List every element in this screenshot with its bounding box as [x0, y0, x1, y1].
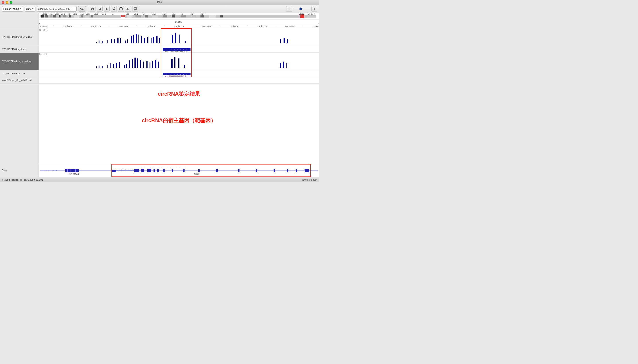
- svg-rect-131: [280, 39, 281, 44]
- svg-rect-122: [147, 37, 148, 44]
- track-5-row[interactable]: [39, 77, 319, 84]
- next-button[interactable]: ▶: [104, 6, 110, 12]
- svg-rect-167: [178, 58, 179, 68]
- svg-rect-147: [108, 65, 108, 68]
- svg-rect-13: [53, 15, 56, 18]
- gene-track-row[interactable]: →→→ +→+ ←: [39, 164, 319, 177]
- svg-rect-160: [146, 61, 148, 68]
- zoom-in-button[interactable]: +: [311, 6, 317, 12]
- svg-marker-61: [39, 23, 40, 24]
- svg-text:225,580 kb: 225,580 kb: [202, 26, 212, 28]
- refresh-button[interactable]: [111, 6, 117, 12]
- svg-rect-11: [46, 15, 48, 18]
- svg-rect-222: [238, 170, 240, 172]
- zoom-out-button[interactable]: −: [286, 6, 292, 12]
- svg-rect-164: [158, 62, 159, 68]
- svg-text:225,640 kb: 225,640 kb: [285, 26, 295, 28]
- svg-rect-192: [134, 170, 137, 172]
- minimize-button[interactable]: [6, 1, 9, 4]
- home-button[interactable]: [90, 6, 96, 12]
- track-label-2[interactable]: DYQ-HCT116-target.bed: [0, 46, 39, 53]
- svg-rect-1: [120, 7, 122, 8]
- track-label-3[interactable]: DYQ-HCT116-input.sorted.bw: [0, 53, 39, 70]
- track-1-row[interactable]: [0 - 5.94]: [39, 28, 319, 46]
- titlebar: IGV: [0, 0, 319, 5]
- app-title: IGV: [157, 1, 162, 4]
- svg-text:LINC02765: LINC02765: [68, 173, 79, 176]
- annotation-button[interactable]: [132, 6, 138, 12]
- svg-rect-119: [139, 34, 139, 44]
- track-4-row[interactable]: ‹ ‹ ‹ ‹ ‹ ‹ ‹ ‹ chr1:225530554|225567414: [39, 70, 319, 77]
- svg-text:p12: p12: [112, 13, 115, 15]
- svg-line-193: [116, 170, 117, 170]
- track-label-1[interactable]: DYQ-HCT116-target.sorted.bw: [0, 28, 39, 46]
- track-label-gene[interactable]: Gene: [0, 164, 39, 177]
- location-input-container[interactable]: chr1:225,457,519-225,674,937: [37, 6, 77, 12]
- tracks-loaded: 7 tracks loaded: [2, 178, 19, 181]
- home-icon: [91, 7, 94, 11]
- svg-rect-33: [209, 15, 216, 18]
- scissors-button[interactable]: [125, 6, 131, 12]
- svg-rect-205: [157, 170, 159, 172]
- svg-rect-31: [192, 15, 196, 18]
- status-indicator: [20, 179, 22, 181]
- annotation-icon: [133, 7, 137, 11]
- svg-rect-27: [152, 15, 158, 18]
- screenshot-button[interactable]: [118, 6, 124, 12]
- window-controls: [2, 1, 13, 4]
- zoom-level-indicator: [293, 7, 311, 11]
- svg-line-195: [121, 170, 121, 170]
- svg-rect-161: [150, 62, 150, 68]
- svg-text:q23.3: q23.3: [152, 13, 156, 15]
- close-button[interactable]: [2, 1, 5, 4]
- svg-text:chr1:225530554|225567414: chr1:225530554|225567414: [165, 51, 187, 53]
- track2-svg: ‹ ‹ ‹ ‹ ‹ ‹ ‹ ‹ chr1:225530554|225567414: [39, 46, 319, 53]
- svg-rect-128: [175, 33, 176, 44]
- svg-text:p34.3: p34.3: [61, 13, 65, 15]
- svg-rect-168: [184, 65, 185, 68]
- svg-rect-149: [113, 64, 114, 68]
- annotation-area: circRNA鉴定结果 circRNA的宿主基因（靶基因）: [39, 84, 319, 164]
- svg-text:←: ←: [153, 167, 155, 169]
- prev-button[interactable]: ◀: [97, 6, 103, 12]
- svg-rect-129: [179, 34, 180, 44]
- track-3-row[interactable]: [0 - 125]: [39, 53, 319, 70]
- chromosome-band[interactable]: p36.31 p36.13 p35.3 p34.3 p33 p32.2 p31.…: [39, 13, 319, 20]
- memory-usage: 459M of 838M: [302, 178, 317, 181]
- svg-rect-150: [116, 63, 117, 68]
- track-label-5[interactable]: targetVSinput_deg_all-diff.bed: [0, 77, 39, 84]
- svg-rect-18: [81, 15, 83, 18]
- svg-rect-158: [140, 60, 141, 68]
- next-icon: ▶: [106, 7, 108, 11]
- genome-ruler[interactable]: 216 kb 5,460 kb 225,480 kb 225,500 kb 22…: [39, 20, 319, 28]
- svg-text:p36.31: p36.31: [42, 13, 47, 15]
- track-label-4[interactable]: DYQ-HCT116-input.bed: [0, 70, 39, 77]
- svg-text:←: ←: [140, 167, 141, 169]
- chromosome-selector[interactable]: chr1 ▼: [25, 6, 35, 12]
- svg-text:←: ←: [179, 167, 181, 169]
- track3-scale: [0 - 125]: [39, 53, 47, 55]
- svg-rect-224: [274, 170, 275, 172]
- svg-rect-25: [135, 15, 141, 18]
- genome-selector[interactable]: Human (hg38) ▼: [2, 6, 23, 12]
- svg-text:p32.2: p32.2: [73, 13, 77, 15]
- svg-text:225,560 kb: 225,560 kb: [174, 26, 184, 28]
- sidebar-spacer-header: [0, 13, 39, 28]
- svg-rect-219: [183, 170, 185, 172]
- svg-text:p21.3: p21.3: [94, 13, 98, 15]
- sidebar-middle-spacer: [0, 84, 39, 164]
- svg-rect-183: [65, 170, 79, 172]
- track-2-row[interactable]: ‹ ‹ ‹ ‹ ‹ ‹ ‹ ‹ chr1:225530554|225567414: [39, 46, 319, 53]
- location-value[interactable]: chr1:225,457,519-225,674,937: [38, 8, 72, 10]
- go-button[interactable]: Go: [78, 6, 86, 12]
- maximize-button[interactable]: [10, 1, 13, 4]
- svg-rect-126: [159, 38, 160, 44]
- svg-text:←: ←: [184, 167, 186, 169]
- track4-svg: ‹ ‹ ‹ ‹ ‹ ‹ ‹ ‹ chr1:225530554|225567414: [39, 70, 319, 77]
- svg-rect-156: [135, 58, 136, 68]
- svg-text:216 kb: 216 kb: [175, 21, 182, 24]
- track-content-area[interactable]: p36.31 p36.13 p35.3 p34.3 p33 p32.2 p31.…: [39, 13, 319, 177]
- svg-rect-132: [284, 38, 285, 44]
- svg-text:225,660 kb: 225,660 kb: [312, 26, 319, 28]
- svg-text:←: ←: [175, 167, 177, 169]
